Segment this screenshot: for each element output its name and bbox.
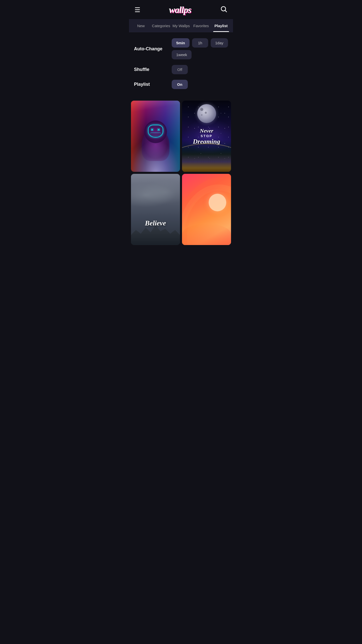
wallpaper-card-believe[interactable]: Believe — [131, 174, 180, 245]
tab-playlist[interactable]: Playlist — [211, 19, 231, 32]
shuffle-row: Shuffle Off — [134, 65, 228, 74]
tab-favorites[interactable]: Favorites — [191, 19, 211, 32]
dream-stop: STOP — [193, 134, 220, 138]
auto-change-buttons: 5min 1h 1day 1week — [172, 38, 228, 59]
shuffle-label: Shuffle — [134, 67, 172, 72]
playlist-buttons: On — [172, 80, 188, 89]
menu-icon[interactable]: ☰ — [134, 7, 140, 13]
playlist-toggle[interactable]: On — [172, 80, 188, 89]
auto-change-row: Auto-Change 5min 1h 1day 1week — [134, 38, 228, 59]
app-logo: wallps — [169, 5, 191, 15]
app-header: ☰ wallps — [129, 0, 233, 19]
controls-section: Auto-Change 5min 1h 1day 1week Shuffle O… — [129, 32, 233, 99]
tab-my-wallps[interactable]: My Wallps — [171, 19, 191, 32]
shuffle-toggle[interactable]: Off — [172, 65, 188, 74]
auto-change-1h[interactable]: 1h — [192, 38, 208, 48]
wallpaper-grid: ✕ ✕ — [129, 99, 233, 247]
dream-never: Never — [193, 128, 220, 134]
tab-categories[interactable]: Categories — [151, 19, 171, 32]
auto-change-1week[interactable]: 1week — [172, 50, 192, 59]
believe-text: Believe — [145, 219, 166, 227]
tab-new[interactable]: New — [131, 19, 151, 32]
shuffle-buttons: Off — [172, 65, 188, 74]
dream-text: Never STOP Dreaming — [193, 128, 220, 145]
playlist-row: Playlist On — [134, 80, 228, 89]
wallpaper-card-abstract[interactable] — [182, 174, 231, 245]
wallpaper-card-mask[interactable]: ✕ ✕ — [131, 101, 180, 172]
playlist-label: Playlist — [134, 82, 172, 87]
wallpaper-card-dream[interactable]: Never STOP Dreaming — [182, 101, 231, 172]
nav-tabs: New Categories My Wallps Favorites Playl… — [129, 19, 233, 32]
auto-change-1day[interactable]: 1day — [211, 38, 228, 48]
svg-line-1 — [225, 10, 227, 12]
auto-change-label: Auto-Change — [134, 46, 172, 52]
search-icon[interactable] — [220, 5, 228, 15]
auto-change-5min[interactable]: 5min — [172, 38, 190, 48]
